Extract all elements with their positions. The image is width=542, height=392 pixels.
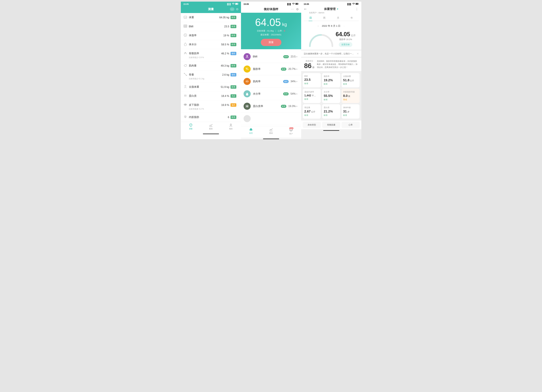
weight-value: 64.05 kg [218,16,229,19]
s3-back-button[interactable]: ← [304,7,307,11]
measure-item-visceral[interactable]: 内脏脂肪 6 标准 › [181,113,241,122]
measure-item-water[interactable]: 体水分 58.5 % 标准 › [181,40,241,49]
measure-item-weight[interactable]: 100 体重 64.05 kg 标准 › [181,13,241,22]
grid-fatrate[interactable]: 脂肪率 19.2% 标准 [322,73,340,87]
grid-waterrate[interactable]: 水分率 55.5% 标准 [322,89,340,103]
heart-rate-value: 0 [284,30,285,32]
grid-protein[interactable]: 蛋白质 21.2% 标准 [322,104,340,119]
proteinrate-metric-value: 19.3% › [288,105,297,108]
grid-protein-status: 标准 [324,114,339,117]
s1-title: 测量 [208,7,214,11]
bmi-metric-icon [244,53,251,60]
tab-year[interactable]: 年 [345,16,359,21]
s3-tip-close[interactable]: ✕ [357,52,359,55]
metric-bmi[interactable]: BMI 标准 23.5 › [241,50,301,63]
s3-dropdown-icon[interactable]: ▼ [336,8,339,10]
measure-item-fat[interactable]: % 体脂率 19 % 标准 › [181,31,241,40]
grid-bmr[interactable]: 基础代谢率 1,442 千… 标准 [303,89,321,103]
weight-label: 体重 [189,16,194,19]
nav-home-s2[interactable]: 首页 [241,128,261,135]
nav-chart[interactable]: 图表 [201,123,221,130]
nav-measure[interactable]: 测量 [181,123,201,130]
grid-bone-unit: 公斤 [310,111,315,113]
svg-point-13 [186,75,186,76]
grid-visceral[interactable]: 内脏脂肪等级 8.0 级 警戒 [341,89,360,103]
grid-bodyage[interactable]: 身体年龄 31 岁 标准 [341,104,360,119]
measure-item-bmi[interactable]: BMI 23.5 标准 › [181,22,241,31]
leanmass-icon [183,85,187,89]
waterrate-metric-value: 54% › [291,92,297,95]
bone-icon [183,73,187,77]
tab-day[interactable]: 日 [304,16,318,21]
home-bar-s3 [323,130,339,131]
s2-target-btn[interactable]: ⊙ [296,7,298,11]
s3-date-next[interactable]: › [344,24,345,28]
s3-tip-bar: 迈出健康体重第一步，先定一个小目标吧，让我们一… ✕ [301,50,361,57]
svg-rect-41 [356,3,358,5]
s3-score-display: 86 分 [304,62,315,69]
s3-weight-display: 64.05 公斤 脂肪率 19.2% 设置目标 [301,29,361,49]
battery-s2 [295,3,298,5]
s1-target[interactable]: ⊙ [236,7,238,11]
water-icon [183,42,187,47]
s2-dots-btn[interactable]: ··· [291,8,294,11]
water-chevron: › [238,43,238,46]
grid-bmi-label: BMI [304,75,319,77]
s3-set-goal-button[interactable]: 设置目标 [339,42,352,47]
s3-more-button[interactable]: ⋮ [355,7,359,11]
muscle-rate-chevron: › [238,52,238,55]
measure-item-leanmass[interactable]: 去脂体重 51.9 kg 标准 › [181,82,241,91]
nav-profile[interactable]: 我的 [221,123,241,130]
grid-bone-value: 2.67 公斤 [304,109,319,113]
muscle-rate-sub: 比标准值少 2.8 % [183,56,238,59]
svg-point-26 [247,69,248,70]
measure-item-protein[interactable]: 蛋白质 18.4 % 充足 › [181,92,241,100]
fatrate-metric-icon [244,65,251,73]
metric-fatrate[interactable]: 脂肪率 标准 20.7% › [241,63,301,75]
metric-proteinrate[interactable]: 蛋白质率 标准 19.3% › [241,100,301,113]
leanmass-value: 51.9 kg [218,86,229,88]
s3-gauge-svg [307,31,336,47]
heart-rate-label: 心率：0 [278,29,285,32]
waterrate-metric-label: 水分率 [253,92,282,96]
grid-bmi-value: 23.5 [304,78,319,82]
tab-week[interactable]: 周 [317,16,331,21]
grid-bone[interactable]: 骨盐量 2.67 公斤 标准 [303,104,321,119]
measure-item-muscle-rate[interactable]: 骨骼肌率 46.2 % 偏低 › 比标准值少 2.8 % [181,49,241,61]
grid-bone-status: 标准 [304,114,319,117]
grid-bmi[interactable]: BMI 23.5 标准 [303,73,321,87]
nav-chart-s2[interactable]: 图表 [261,128,281,135]
s1-dots[interactable]: ··· [230,7,234,11]
leanmass-chevron: › [238,86,238,88]
grid-fatrate-label: 脂肪率 [324,75,339,78]
grid-leanmass[interactable]: 去脂体重 51.8 公斤 标准 [341,73,360,87]
protein-value: 18.4 % [218,95,229,98]
measure-item-subcutfat[interactable]: 皮下脂肪 16.9 % 偏高 › 比标准值多 0.2 % [181,101,241,113]
s3-current-user: 当前用户：damon [304,11,359,14]
grid-waterrate-label: 水分率 [324,91,339,93]
weight-divider [276,30,276,32]
grid-bodyage-status: 标准 [343,114,358,117]
bone-badge: 偏低 [231,73,236,76]
status-icons-s1: ▌▌▌ [227,3,238,5]
wifi-s1 [232,3,235,5]
screen2: 15:05 ▌▌▌ 衡好体脂秤 ··· ⊙ 64.05 kg [241,2,301,139]
s3-date-prev[interactable]: ‹ [318,24,319,28]
bone-value: 2.6 kg [218,73,229,76]
measure-item-muscle[interactable]: 肌肉量 49.3 kg 标准 › [181,61,241,70]
s3-score-left: 身体得分 86 分 [304,60,315,69]
nav-chart-label: 图表 [209,128,213,130]
metric-waterrate[interactable]: 水分率 标准 54% › [241,88,301,100]
bmi-metric-value: 23.5 › [291,55,297,58]
measure-item-bone[interactable]: 骨量 2.6 kg 偏低 › 比标准值少 0.1 kg [181,70,241,82]
nav-user-s2[interactable]: New 用户 [281,128,301,135]
muscle-value: 49.3 kg [218,64,229,67]
grid-leanmass-status: 标准 [343,83,358,85]
fat-chevron: › [238,34,238,37]
metric-musclerate[interactable]: 肌肉率 偏低 34% › [241,75,301,88]
bottom-label-heartrate: 心率 [341,122,360,128]
measure-button[interactable]: 测量 [261,39,281,46]
s3-title: 体重管理 [324,7,336,11]
tab-month[interactable]: 月 [331,16,345,21]
bottom-label-bodytype: 身体类型 [303,122,321,128]
